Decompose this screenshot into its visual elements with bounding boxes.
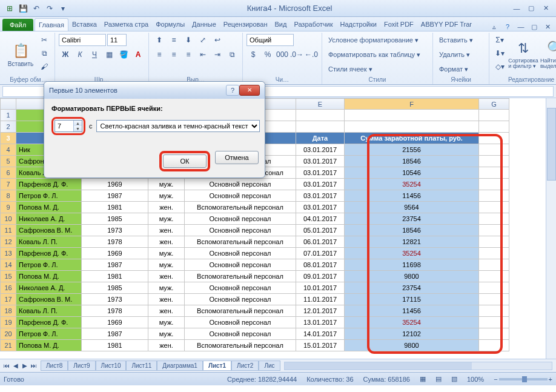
row-header[interactable]: 21 <box>1 340 16 351</box>
tab-Вставка[interactable]: Вставка <box>68 18 101 31</box>
tab-Данные[interactable]: Данные <box>188 18 220 31</box>
number-format-combo[interactable] <box>247 34 294 46</box>
cell[interactable]: Петров Ф. Л. <box>16 259 82 271</box>
cell[interactable]: 1969 <box>82 248 148 259</box>
align-center-icon[interactable]: ≡ <box>167 48 180 61</box>
cell-styles-button[interactable]: Стили ячеек ▾ <box>326 63 375 75</box>
cell[interactable]: 1981 <box>82 202 148 213</box>
cell[interactable]: жен. <box>148 202 185 213</box>
cell[interactable] <box>479 271 509 282</box>
cell[interactable]: Основной персонал <box>185 294 296 305</box>
row-header[interactable]: 4 <box>1 144 16 156</box>
cell[interactable]: Сафронова В. М. <box>16 225 82 236</box>
sheet-tab[interactable]: Диаграмма1 <box>157 360 203 371</box>
cell[interactable]: муж. <box>148 213 185 225</box>
cell[interactable]: 1981 <box>82 340 148 351</box>
tab-Разработчик[interactable]: Разработчик <box>290 18 336 31</box>
align-bot-icon[interactable]: ⬇ <box>182 34 195 46</box>
clear-icon[interactable]: ◇▾ <box>493 61 506 73</box>
cell[interactable]: 12102 <box>345 328 479 340</box>
row-header[interactable]: 20 <box>1 328 16 340</box>
cell[interactable]: 04.01.2017 <box>296 213 345 225</box>
sheet-nav-prev-icon[interactable]: ◀ <box>12 362 20 369</box>
cell[interactable]: жен. <box>148 236 185 248</box>
cell[interactable]: 9564 <box>345 202 479 213</box>
tab-Foxit PDF[interactable]: Foxit PDF <box>380 18 417 31</box>
currency-icon[interactable]: $ <box>247 48 260 61</box>
cell[interactable]: 1987 <box>82 328 148 340</box>
cell[interactable]: 12821 <box>345 236 479 248</box>
cell[interactable]: Основной персонал <box>185 190 296 202</box>
sheet-tab[interactable]: Лист10 <box>96 360 127 371</box>
cell[interactable]: 1981 <box>82 271 148 282</box>
dialog-close-icon[interactable]: ✕ <box>239 85 260 96</box>
ok-button[interactable]: ОК <box>163 154 207 168</box>
row-header[interactable]: 5 <box>1 156 16 167</box>
cell[interactable]: муж. <box>148 179 185 190</box>
cell[interactable]: Вспомогательный персонал <box>185 340 296 351</box>
cell[interactable]: Вспомогательный персонал <box>185 236 296 248</box>
tab-file[interactable]: Файл <box>2 19 33 31</box>
cell[interactable]: Основной персонал <box>185 225 296 236</box>
count-input[interactable] <box>55 121 73 131</box>
col-header[interactable]: G <box>479 99 509 110</box>
row-header[interactable]: 2 <box>1 121 16 133</box>
cell[interactable]: 23754 <box>345 213 479 225</box>
save-icon[interactable]: 💾 <box>17 2 29 15</box>
italic-icon[interactable]: К <box>73 48 87 61</box>
cell[interactable]: жен. <box>148 294 185 305</box>
cell[interactable]: 10546 <box>345 167 479 179</box>
cell[interactable]: 35254 <box>345 317 479 328</box>
cell[interactable]: Николаев А. Д. <box>16 213 82 225</box>
redo-icon[interactable]: ↷ <box>44 2 56 15</box>
tab-Надстройки[interactable]: Надстройки <box>337 18 380 31</box>
cell[interactable]: Основной персонал <box>185 317 296 328</box>
font-size-combo[interactable] <box>107 34 127 46</box>
copy-icon[interactable]: ⧉ <box>38 47 51 59</box>
cell[interactable] <box>479 179 509 190</box>
table-row[interactable]: 13Парфенов Д. Ф.1969муж.Основной персона… <box>1 248 509 259</box>
indent-dec-icon[interactable]: ⇤ <box>196 48 210 61</box>
col-header[interactable] <box>1 99 16 110</box>
cell[interactable]: Коваль Л. П. <box>16 236 82 248</box>
inc-decimal-icon[interactable]: .0→ <box>290 48 303 61</box>
merge-icon[interactable]: ⧉ <box>225 48 239 61</box>
ribbon-minimize-icon[interactable]: ▵ <box>489 23 499 31</box>
cell[interactable]: 03.01.2017 <box>296 167 345 179</box>
cell[interactable]: Парфенов Д. Ф. <box>16 248 82 259</box>
cell[interactable]: 1969 <box>82 317 148 328</box>
doc-close-icon[interactable]: ✕ <box>543 23 552 31</box>
fill-icon[interactable]: ⬇▾ <box>493 47 506 59</box>
cell[interactable]: 11.01.2017 <box>296 294 345 305</box>
minimize-icon[interactable]: — <box>510 3 523 14</box>
qat-dropdown-icon[interactable]: ▾ <box>57 2 69 15</box>
table-row[interactable]: 11Сафронова В. М.1973жен.Основной персон… <box>1 225 509 236</box>
find-select-button[interactable]: 🔍 Найти и выделить ▾ <box>540 34 556 74</box>
cell[interactable]: 03.01.2017 <box>296 144 345 156</box>
cell[interactable]: жен. <box>148 225 185 236</box>
cell[interactable] <box>479 167 509 179</box>
cell[interactable]: 1969 <box>82 179 148 190</box>
cell[interactable]: 08.01.2017 <box>296 259 345 271</box>
paste-button[interactable]: 📋 Вставить <box>6 34 35 74</box>
cell[interactable]: Основной персонал <box>185 213 296 225</box>
cell[interactable]: 12.01.2017 <box>296 305 345 317</box>
cell[interactable]: Основной персонал <box>185 248 296 259</box>
insert-cells-button[interactable]: Вставить ▾ <box>437 34 475 46</box>
dec-decimal-icon[interactable]: ←.0 <box>305 48 318 61</box>
table-row[interactable]: 17Сафронова В. М.1973жен.Основной персон… <box>1 294 509 305</box>
row-header[interactable]: 13 <box>1 248 16 259</box>
cell[interactable]: Основной персонал <box>185 259 296 271</box>
cell[interactable]: 35254 <box>345 248 479 259</box>
cell[interactable]: 1985 <box>82 282 148 294</box>
cell[interactable]: Сафронова В. М. <box>16 294 82 305</box>
zoom-slider[interactable]: − + <box>494 376 552 383</box>
table-row[interactable]: 18Коваль Л. П.1978жен.Вспомогательный пе… <box>1 305 509 317</box>
cell[interactable]: муж. <box>148 317 185 328</box>
horizontal-scrollbar[interactable] <box>284 362 552 370</box>
cell[interactable]: Основной персонал <box>185 328 296 340</box>
cell[interactable] <box>479 213 509 225</box>
tab-ABBYY PDF Trar[interactable]: ABBYY PDF Trar <box>417 18 475 31</box>
comma-icon[interactable]: 000 <box>276 48 289 61</box>
format-cells-button[interactable]: Формат ▾ <box>437 63 471 75</box>
